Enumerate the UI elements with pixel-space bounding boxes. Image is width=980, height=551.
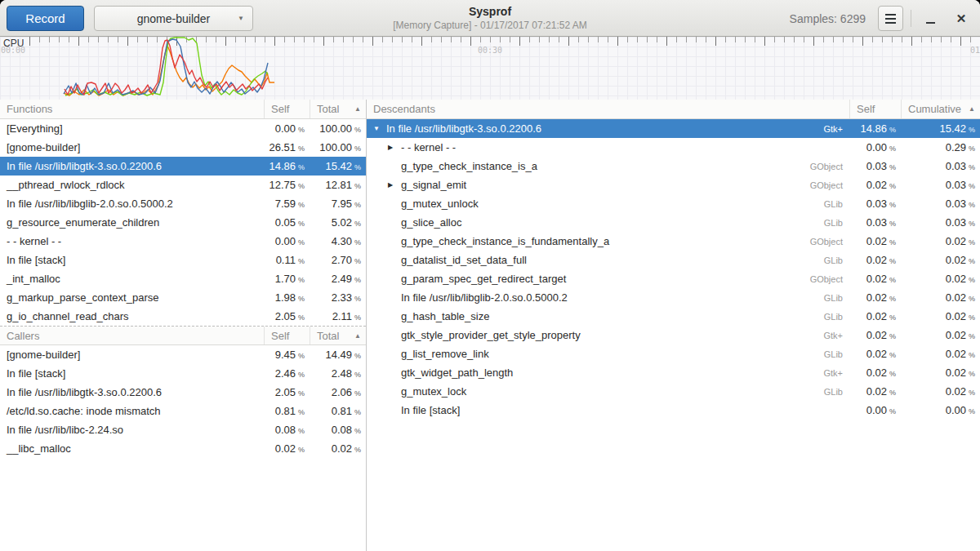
table-row[interactable]: In file /usr/lib/libgtk-3.so.0.2200.614.…	[0, 157, 366, 176]
percent-value: 0.02%	[849, 254, 901, 266]
expander-closed-icon[interactable]: ▶	[388, 181, 401, 189]
table-row[interactable]: g_markup_parse_context_parse1.98%2.33%	[0, 288, 366, 307]
tree-row[interactable]: g_hash_table_sizeGLib0.02%0.02%	[367, 307, 980, 326]
descendants-column-header[interactable]: Descendants	[367, 100, 849, 118]
percent-value: 0.03%	[849, 216, 901, 229]
table-row[interactable]: In file /usr/lib/libgtk-3.so.0.2200.62.0…	[0, 383, 366, 402]
callers-table-header: Callers Self Total ▲	[0, 326, 366, 345]
sysprof-window: Record gnome-builder ▼ Sysprof [Memory C…	[0, 0, 980, 551]
descendant-name: g_type_check_instance_is_aGObject	[367, 160, 849, 172]
tree-row[interactable]: ▶g_signal_emitGObject0.02%0.03%	[367, 176, 980, 194]
descendants-table-header: Descendants Self Cumulative ▲	[367, 100, 980, 119]
percent-value: 0.02%	[901, 348, 980, 360]
tree-row[interactable]: g_list_remove_linkGLib0.02%0.02%	[367, 344, 980, 363]
percent-value: 0.03%	[901, 216, 980, 229]
library-badge: GLib	[824, 293, 849, 303]
percent-value: 2.11%	[310, 310, 366, 322]
table-row[interactable]: [gnome-builder]9.45%14.49%	[0, 345, 366, 364]
table-row[interactable]: __libc_malloc0.02%0.02%	[0, 439, 366, 458]
tree-row[interactable]: In file [stack]0.00%0.00%	[367, 401, 980, 420]
percent-value: 0.02%	[310, 442, 366, 455]
library-badge: GObject	[810, 180, 849, 190]
descendant-name: In file /usr/lib/libglib-2.0.so.0.5000.2…	[367, 291, 849, 304]
percent-value: 0.02%	[849, 329, 901, 341]
percent-value: 15.42%	[310, 160, 366, 172]
percent-value: 0.02%	[849, 348, 901, 360]
samples-count: Samples: 6299	[790, 0, 866, 37]
tree-row[interactable]: g_param_spec_get_redirect_targetGObject0…	[367, 269, 980, 288]
sort-ascending-icon: ▲	[350, 105, 361, 113]
table-row[interactable]: [Everything]0.00%100.00%	[0, 119, 366, 138]
tree-row[interactable]: gtk_style_provider_get_style_propertyGtk…	[367, 326, 980, 344]
tree-row[interactable]: g_type_check_instance_is_fundamentally_a…	[367, 232, 980, 251]
self-column-header[interactable]: Self	[264, 100, 310, 118]
tree-row[interactable]: g_datalist_id_set_data_fullGLib0.02%0.02…	[367, 251, 980, 269]
library-badge: GLib	[824, 312, 849, 322]
percent-value: 0.03%	[849, 160, 901, 172]
minimize-button[interactable]	[918, 6, 942, 31]
tree-row[interactable]: ▶- - kernel - -0.00%0.29%	[367, 138, 980, 157]
descendant-name: gtk_style_provider_get_style_propertyGtk…	[367, 329, 849, 341]
percent-value: 0.00%	[264, 122, 310, 135]
functions-column-header[interactable]: Functions	[0, 100, 264, 118]
percent-value: 0.00%	[849, 141, 901, 153]
table-row[interactable]: In file /usr/lib/libglib-2.0.so.0.5000.2…	[0, 194, 366, 213]
tree-row[interactable]: g_mutex_lockGLib0.02%0.02%	[367, 382, 980, 401]
table-row[interactable]: g_resource_enumerate_children0.05%5.02%	[0, 213, 366, 232]
percent-value: 5.02%	[310, 216, 366, 229]
total-column-header[interactable]: Total ▲	[310, 327, 366, 344]
expander-open-icon[interactable]: ▼	[373, 125, 386, 132]
percent-value: 2.49%	[310, 273, 366, 285]
cumulative-column-header[interactable]: Cumulative ▲	[901, 100, 980, 118]
percent-value: 7.95%	[310, 198, 366, 210]
hamburger-menu-button[interactable]	[878, 6, 903, 31]
table-row[interactable]: - - kernel - -0.00%4.30%	[0, 232, 366, 251]
descendant-name: ▶- - kernel - -	[367, 141, 849, 153]
self-column-header[interactable]: Self	[849, 100, 901, 118]
percent-value: 0.05%	[264, 216, 310, 229]
table-row[interactable]: _int_malloc1.70%2.49%	[0, 269, 366, 288]
function-name: [gnome-builder]	[0, 349, 264, 361]
tree-row[interactable]: g_mutex_unlockGLib0.03%0.03%	[367, 194, 980, 213]
table-row[interactable]: In file /usr/lib/libc-2.24.so0.08%0.08%	[0, 420, 366, 439]
sort-ascending-icon: ▲	[350, 332, 361, 340]
process-selector-dropdown[interactable]: gnome-builder ▼	[94, 6, 253, 31]
percent-value: 0.02%	[849, 367, 901, 379]
percent-value: 0.03%	[901, 198, 980, 210]
cpu-blue-line	[64, 39, 268, 95]
percent-value: 0.02%	[264, 442, 310, 455]
record-button[interactable]: Record	[7, 6, 84, 31]
table-row[interactable]: In file [stack]0.11%2.70%	[0, 251, 366, 269]
percent-value: 0.02%	[849, 273, 901, 285]
chevron-down-icon: ▼	[238, 15, 244, 22]
hamburger-icon	[885, 14, 896, 16]
self-column-header[interactable]: Self	[264, 327, 310, 344]
percent-value: 0.02%	[901, 254, 980, 266]
tree-row[interactable]: gtk_widget_path_lengthGtk+0.02%0.02%	[367, 363, 980, 382]
descendant-name: g_type_check_instance_is_fundamentally_a…	[367, 235, 849, 247]
cpu-usage-graph[interactable]: CPU 00:00 00:30 01:00	[0, 37, 980, 100]
table-row[interactable]: /etc/ld.so.cache: inode mismatch0.81%0.8…	[0, 402, 366, 420]
function-name: __libc_malloc	[0, 442, 264, 455]
callers-column-header[interactable]: Callers	[0, 327, 264, 344]
table-row[interactable]: [gnome-builder]26.51%100.00%	[0, 138, 366, 157]
close-button[interactable]: ✕	[949, 6, 973, 31]
percent-value: 14.86%	[264, 160, 310, 172]
table-row[interactable]: In file [stack]2.46%2.48%	[0, 364, 366, 383]
process-selector-label: gnome-builder	[137, 12, 211, 25]
total-column-header[interactable]: Total ▲	[310, 100, 366, 118]
function-name: g_markup_parse_context_parse	[0, 291, 264, 304]
percent-value: 2.06%	[310, 386, 366, 398]
table-row[interactable]: __pthread_rwlock_rdlock12.75%12.81%	[0, 176, 366, 194]
percent-value: 7.59%	[264, 198, 310, 210]
tree-row[interactable]: g_slice_allocGLib0.03%0.03%	[367, 213, 980, 232]
titlebar-separator	[911, 10, 911, 27]
functions-table: [Everything]0.00%100.00%[gnome-builder]2…	[0, 119, 366, 326]
library-badge: GObject	[810, 237, 849, 247]
percent-value: 4.30%	[310, 235, 366, 247]
table-row[interactable]: g_io_channel_read_chars2.05%2.11%	[0, 307, 366, 326]
expander-closed-icon[interactable]: ▶	[388, 144, 401, 151]
tree-row[interactable]: g_type_check_instance_is_aGObject0.03%0.…	[367, 157, 980, 176]
tree-row[interactable]: ▼In file /usr/lib/libgtk-3.so.0.2200.6Gt…	[367, 119, 980, 138]
tree-row[interactable]: In file /usr/lib/libglib-2.0.so.0.5000.2…	[367, 288, 980, 307]
